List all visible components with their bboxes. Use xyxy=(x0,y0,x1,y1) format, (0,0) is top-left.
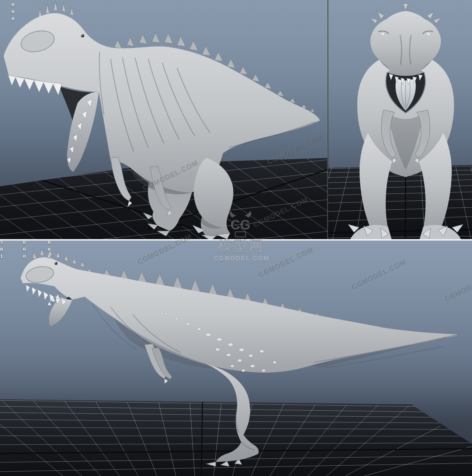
hud-count-value: 0 xyxy=(10,15,15,23)
eye xyxy=(81,34,84,38)
side-viewport[interactable]: 5 8 1 0 0 0 0 0 0 xyxy=(0,241,472,476)
hud-count-column: 0 0 0 xyxy=(46,241,52,260)
hud-count-value: 0 xyxy=(46,241,52,246)
hud-count-value: 0 xyxy=(22,241,27,246)
hud-count-value: 5 xyxy=(0,241,4,246)
hud-count-value: 8 xyxy=(0,246,4,253)
hud-count-column: 0 0 0 xyxy=(10,1,15,23)
perspective-viewport[interactable]: 0 0 0 xyxy=(0,0,327,239)
trex-model-side[interactable] xyxy=(0,241,472,476)
hud-count-value: 0 xyxy=(22,246,27,253)
hud-count-value: 0 xyxy=(10,1,15,8)
hud-count-value: 1 xyxy=(0,253,4,260)
panel-seam[interactable] xyxy=(327,0,328,239)
eye-left xyxy=(382,33,384,35)
viewport-layout: 0 0 0 xyxy=(0,0,472,476)
hud-count-column: 5 8 1 xyxy=(0,241,4,260)
hud-count-column: 0 0 0 xyxy=(22,241,27,260)
hud-count-value: 0 xyxy=(46,253,52,260)
trex-model-front[interactable] xyxy=(328,0,472,239)
front-viewport[interactable] xyxy=(328,0,472,239)
eye-right xyxy=(427,33,430,35)
hud-count-value: 0 xyxy=(10,8,15,15)
hud-count-value: 0 xyxy=(46,246,52,253)
hud-count-value: 0 xyxy=(22,253,27,260)
trex-model-perspective[interactable] xyxy=(0,0,327,239)
